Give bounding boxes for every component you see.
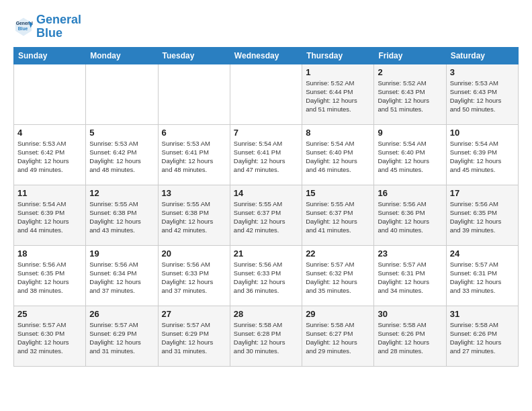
day-cell: 14Sunrise: 5:55 AM Sunset: 6:37 PM Dayli…: [230, 185, 302, 245]
day-number: 24: [450, 248, 515, 259]
day-info: Sunrise: 5:54 AM Sunset: 6:41 PM Dayligh…: [234, 139, 298, 175]
day-cell: 29Sunrise: 5:58 AM Sunset: 6:27 PM Dayli…: [302, 306, 374, 366]
day-info: Sunrise: 5:55 AM Sunset: 6:38 PM Dayligh…: [89, 199, 154, 235]
day-cell: 13Sunrise: 5:55 AM Sunset: 6:38 PM Dayli…: [158, 185, 230, 245]
day-number: 29: [306, 309, 370, 319]
day-info: Sunrise: 5:55 AM Sunset: 6:37 PM Dayligh…: [234, 199, 298, 235]
day-number: 21: [234, 248, 298, 259]
page-header: General Blue GeneralBlue: [13, 13, 519, 40]
col-header-thursday: Thursday: [302, 47, 374, 64]
day-cell: 4Sunrise: 5:53 AM Sunset: 6:42 PM Daylig…: [14, 124, 86, 185]
day-cell: 7Sunrise: 5:54 AM Sunset: 6:41 PM Daylig…: [230, 124, 302, 185]
day-info: Sunrise: 5:52 AM Sunset: 6:43 PM Dayligh…: [378, 79, 442, 114]
day-number: 8: [306, 128, 370, 138]
day-number: 30: [378, 309, 442, 319]
day-cell: 8Sunrise: 5:54 AM Sunset: 6:40 PM Daylig…: [302, 124, 374, 185]
day-cell: 6Sunrise: 5:53 AM Sunset: 6:41 PM Daylig…: [158, 124, 230, 185]
week-row-4: 18Sunrise: 5:56 AM Sunset: 6:35 PM Dayli…: [14, 245, 519, 306]
day-number: 4: [17, 128, 82, 138]
day-info: Sunrise: 5:56 AM Sunset: 6:35 PM Dayligh…: [17, 260, 82, 295]
day-number: 26: [89, 309, 154, 319]
day-cell: [230, 64, 302, 124]
day-number: 15: [306, 188, 370, 198]
day-cell: 15Sunrise: 5:55 AM Sunset: 6:37 PM Dayli…: [302, 185, 374, 245]
day-cell: [14, 64, 86, 124]
day-info: Sunrise: 5:56 AM Sunset: 6:35 PM Dayligh…: [450, 199, 515, 235]
col-header-sunday: Sunday: [14, 47, 86, 64]
day-number: 2: [378, 67, 442, 77]
day-cell: 5Sunrise: 5:53 AM Sunset: 6:42 PM Daylig…: [86, 124, 158, 185]
day-info: Sunrise: 5:56 AM Sunset: 6:34 PM Dayligh…: [89, 260, 154, 295]
day-cell: 2Sunrise: 5:52 AM Sunset: 6:43 PM Daylig…: [374, 64, 446, 124]
day-info: Sunrise: 5:55 AM Sunset: 6:37 PM Dayligh…: [306, 199, 370, 235]
day-number: 25: [17, 309, 82, 319]
day-number: 23: [378, 248, 442, 259]
day-cell: 24Sunrise: 5:57 AM Sunset: 6:31 PM Dayli…: [446, 245, 518, 306]
week-row-3: 11Sunrise: 5:54 AM Sunset: 6:39 PM Dayli…: [14, 185, 519, 245]
day-info: Sunrise: 5:54 AM Sunset: 6:40 PM Dayligh…: [306, 139, 370, 175]
day-info: Sunrise: 5:53 AM Sunset: 6:43 PM Dayligh…: [450, 79, 515, 114]
day-info: Sunrise: 5:57 AM Sunset: 6:30 PM Dayligh…: [17, 320, 82, 356]
day-number: 5: [89, 128, 154, 138]
logo: General Blue GeneralBlue: [13, 13, 81, 40]
day-info: Sunrise: 5:53 AM Sunset: 6:42 PM Dayligh…: [17, 139, 82, 175]
week-row-1: 1Sunrise: 5:52 AM Sunset: 6:44 PM Daylig…: [14, 64, 519, 124]
day-info: Sunrise: 5:57 AM Sunset: 6:32 PM Dayligh…: [306, 260, 370, 295]
day-cell: 1Sunrise: 5:52 AM Sunset: 6:44 PM Daylig…: [302, 64, 374, 124]
day-cell: 30Sunrise: 5:58 AM Sunset: 6:26 PM Dayli…: [374, 306, 446, 366]
day-number: 6: [162, 128, 226, 138]
day-number: 31: [450, 309, 515, 319]
day-info: Sunrise: 5:55 AM Sunset: 6:38 PM Dayligh…: [162, 199, 226, 235]
day-cell: 20Sunrise: 5:56 AM Sunset: 6:33 PM Dayli…: [158, 245, 230, 306]
col-header-friday: Friday: [374, 47, 446, 64]
day-number: 1: [306, 67, 370, 77]
day-info: Sunrise: 5:57 AM Sunset: 6:29 PM Dayligh…: [162, 320, 226, 356]
day-cell: 16Sunrise: 5:56 AM Sunset: 6:36 PM Dayli…: [374, 185, 446, 245]
col-header-tuesday: Tuesday: [158, 47, 230, 64]
day-number: 3: [450, 67, 515, 77]
day-number: 28: [234, 309, 298, 319]
col-header-monday: Monday: [86, 47, 158, 64]
day-number: 17: [450, 188, 515, 198]
day-cell: 31Sunrise: 5:58 AM Sunset: 6:26 PM Dayli…: [446, 306, 518, 366]
day-info: Sunrise: 5:53 AM Sunset: 6:42 PM Dayligh…: [89, 139, 154, 175]
day-number: 9: [378, 128, 442, 138]
week-row-2: 4Sunrise: 5:53 AM Sunset: 6:42 PM Daylig…: [14, 124, 519, 185]
day-cell: 23Sunrise: 5:57 AM Sunset: 6:31 PM Dayli…: [374, 245, 446, 306]
day-number: 19: [89, 248, 154, 259]
logo-icon: General Blue: [13, 17, 34, 37]
logo-text: GeneralBlue: [36, 13, 81, 40]
day-cell: 3Sunrise: 5:53 AM Sunset: 6:43 PM Daylig…: [446, 64, 518, 124]
day-cell: 27Sunrise: 5:57 AM Sunset: 6:29 PM Dayli…: [158, 306, 230, 366]
day-cell: 28Sunrise: 5:58 AM Sunset: 6:28 PM Dayli…: [230, 306, 302, 366]
day-number: 7: [234, 128, 298, 138]
day-number: 14: [234, 188, 298, 198]
day-number: 12: [89, 188, 154, 198]
day-info: Sunrise: 5:56 AM Sunset: 6:36 PM Dayligh…: [378, 199, 442, 235]
calendar-table: SundayMondayTuesdayWednesdayThursdayFrid…: [13, 47, 519, 367]
day-cell: 25Sunrise: 5:57 AM Sunset: 6:30 PM Dayli…: [14, 306, 86, 366]
day-info: Sunrise: 5:57 AM Sunset: 6:31 PM Dayligh…: [378, 260, 442, 295]
day-number: 16: [378, 188, 442, 198]
day-info: Sunrise: 5:54 AM Sunset: 6:39 PM Dayligh…: [17, 199, 82, 235]
day-info: Sunrise: 5:58 AM Sunset: 6:26 PM Dayligh…: [450, 320, 515, 356]
day-info: Sunrise: 5:58 AM Sunset: 6:28 PM Dayligh…: [234, 320, 298, 356]
day-number: 11: [17, 188, 82, 198]
day-cell: [86, 64, 158, 124]
day-cell: 12Sunrise: 5:55 AM Sunset: 6:38 PM Dayli…: [86, 185, 158, 245]
day-info: Sunrise: 5:57 AM Sunset: 6:31 PM Dayligh…: [450, 260, 515, 295]
day-cell: 21Sunrise: 5:56 AM Sunset: 6:33 PM Dayli…: [230, 245, 302, 306]
day-number: 13: [162, 188, 226, 198]
day-cell: 10Sunrise: 5:54 AM Sunset: 6:39 PM Dayli…: [446, 124, 518, 185]
day-number: 22: [306, 248, 370, 259]
day-cell: 18Sunrise: 5:56 AM Sunset: 6:35 PM Dayli…: [14, 245, 86, 306]
day-header-row: SundayMondayTuesdayWednesdayThursdayFrid…: [14, 47, 519, 64]
day-info: Sunrise: 5:58 AM Sunset: 6:26 PM Dayligh…: [378, 320, 442, 356]
week-row-5: 25Sunrise: 5:57 AM Sunset: 6:30 PM Dayli…: [14, 306, 519, 366]
day-info: Sunrise: 5:58 AM Sunset: 6:27 PM Dayligh…: [306, 320, 370, 356]
col-header-saturday: Saturday: [446, 47, 518, 64]
day-cell: 9Sunrise: 5:54 AM Sunset: 6:40 PM Daylig…: [374, 124, 446, 185]
day-info: Sunrise: 5:56 AM Sunset: 6:33 PM Dayligh…: [162, 260, 226, 295]
day-info: Sunrise: 5:57 AM Sunset: 6:29 PM Dayligh…: [89, 320, 154, 356]
day-info: Sunrise: 5:54 AM Sunset: 6:39 PM Dayligh…: [450, 139, 515, 175]
